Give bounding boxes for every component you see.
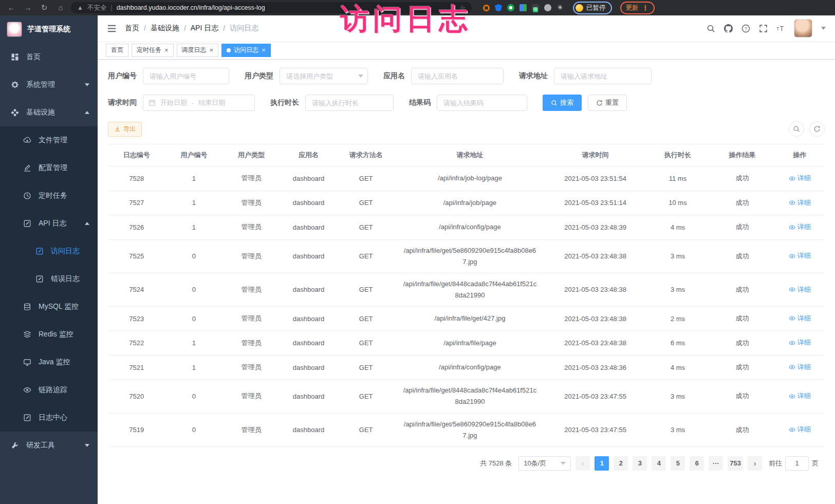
sidebar-item-api-log[interactable]: API 日志 [0, 210, 98, 237]
detail-link[interactable]: 详细 [789, 222, 811, 232]
user-id-input[interactable] [143, 68, 229, 84]
fullscreen-icon[interactable] [759, 24, 768, 33]
app-logo[interactable]: 芋道管理系统 [0, 15, 98, 43]
kebab-menu-icon[interactable]: ⋮ [642, 4, 649, 12]
home-icon[interactable]: ⌂ [54, 0, 67, 15]
log-id-cell: 7524 [108, 273, 165, 306]
detail-link[interactable]: 详细 [789, 251, 811, 260]
hamburger-icon[interactable] [107, 24, 117, 33]
chevron-down-icon[interactable] [821, 27, 826, 30]
page-button-753[interactable]: 753 [728, 456, 743, 471]
result-code-input[interactable] [437, 95, 527, 111]
extension-icon[interactable] [507, 4, 514, 11]
extension-icon[interactable] [483, 5, 490, 11]
help-icon[interactable]: ? [741, 24, 750, 33]
extension-icon[interactable] [519, 4, 527, 11]
goto-page-input[interactable] [785, 456, 809, 471]
close-icon[interactable]: × [210, 47, 214, 53]
refresh-button[interactable] [809, 121, 825, 137]
sidebar-item-label: Redis 监控 [39, 330, 89, 339]
tab-scheduled-jobs[interactable]: 定时任务× [132, 44, 174, 57]
detail-link[interactable]: 详细 [789, 425, 811, 434]
detail-link[interactable]: 详细 [789, 338, 811, 347]
user-type-select[interactable] [280, 68, 368, 84]
goto-page: 前往 页 [769, 456, 819, 471]
export-button[interactable]: 导出 [108, 122, 142, 137]
duration-input[interactable] [305, 95, 394, 111]
sidebar-item-scheduled-jobs[interactable]: 定时任务 [0, 182, 98, 210]
sidebar-item-file-management[interactable]: 文件管理 [0, 126, 98, 154]
breadcrumb-item[interactable]: API 日志 [191, 24, 218, 33]
sidebar-item-system-management[interactable]: 系统管理 [0, 71, 98, 99]
table-row: 75230管理员dashboardGET/api/infra/file/get/… [108, 306, 825, 331]
detail-link[interactable]: 详细 [789, 363, 811, 372]
extension-icon[interactable]: 萌 [532, 4, 539, 11]
sidebar-item-access-log[interactable]: 访问日志 [0, 237, 98, 265]
sidebar-item-trace[interactable]: 链路追踪 [0, 376, 98, 404]
browser-update-button[interactable]: 更新 ⋮ [620, 2, 655, 14]
extension-icon[interactable] [544, 4, 551, 11]
detail-link[interactable]: 详细 [789, 198, 811, 208]
prev-page-button[interactable]: ‹ [576, 456, 590, 471]
sidebar-item-java-monitor[interactable]: Java 监控 [0, 348, 98, 376]
search-icon[interactable] [707, 24, 715, 33]
sidebar-item-home[interactable]: 首页 [0, 43, 98, 71]
url-cell: /api/infra/job/page [395, 191, 545, 215]
bookmark-star-icon[interactable]: ☆ [459, 4, 466, 12]
page-button-2[interactable]: 2 [614, 456, 628, 471]
app-name-cell: dashboard [280, 273, 338, 306]
tab-access-log[interactable]: 访问日志× [221, 44, 271, 57]
detail-link[interactable]: 详细 [789, 391, 811, 401]
toggle-search-button[interactable] [789, 121, 804, 137]
dashboard-icon [10, 53, 19, 62]
tab-job-log[interactable]: 调度日志× [177, 44, 219, 57]
gear-icon [10, 81, 19, 89]
url-cell: /api/infra/file/get/5e8609290e915c4fa8b0… [395, 239, 545, 273]
reload-icon[interactable]: ↻ [38, 0, 50, 15]
app-name-cell: dashboard [280, 215, 338, 240]
date-range-picker[interactable]: 开始日期 - 结束日期 [143, 95, 255, 111]
next-page-button[interactable]: › [748, 456, 762, 471]
user-avatar[interactable] [794, 19, 812, 38]
font-size-icon[interactable]: TT [776, 24, 785, 33]
sidebar-item-mysql-monitor[interactable]: MySQL 监控 [0, 293, 98, 321]
sidebar-item-error-log[interactable]: 错误日志 [0, 265, 98, 293]
forward-icon[interactable]: → [22, 0, 34, 15]
sidebar-item-dev-tools[interactable]: 研发工具 [0, 432, 98, 459]
back-icon[interactable]: ← [5, 0, 17, 15]
breadcrumb-item[interactable]: 首页 [125, 24, 139, 33]
page-button-3[interactable]: 3 [633, 456, 647, 471]
detail-link[interactable]: 详细 [789, 285, 811, 294]
address-bar[interactable]: ▲ 不安全 | dashboard.yudao.iocoder.cn/infra… [71, 2, 472, 13]
sidebar-item-config-management[interactable]: 配置管理 [0, 154, 98, 182]
detail-link[interactable]: 详细 [789, 174, 811, 183]
page-button-6[interactable]: 6 [690, 456, 704, 471]
more-pages-button[interactable]: ··· [709, 456, 723, 471]
duration-cell: 10 ms [645, 191, 710, 215]
extension-icon[interactable]: ✳ [556, 4, 564, 11]
result-cell: 成功 [710, 306, 775, 331]
action-cell: 详细 [774, 380, 825, 413]
search-button[interactable]: 搜索 [543, 95, 582, 111]
page-button-5[interactable]: 5 [671, 456, 685, 471]
extension-icon[interactable] [495, 4, 502, 11]
request-url-input[interactable] [554, 68, 652, 84]
page-button-4[interactable]: 4 [652, 456, 666, 471]
close-icon[interactable]: × [262, 47, 266, 53]
close-icon[interactable]: × [164, 47, 169, 53]
breadcrumb-item[interactable]: 基础设施 [151, 24, 179, 33]
profile-paused-pill[interactable]: 已暂停 [573, 2, 612, 14]
app-name-input[interactable] [411, 68, 504, 84]
page-size-select[interactable]: 10条/页 [518, 456, 571, 471]
profile-emoji-icon [576, 4, 583, 12]
page-button-1[interactable]: 1 [595, 456, 609, 471]
method-cell: GET [337, 166, 395, 191]
reset-button[interactable]: 重置 [588, 95, 627, 111]
app-name-cell: dashboard [280, 380, 338, 413]
tab-home[interactable]: 首页 [106, 44, 128, 57]
github-icon[interactable] [724, 24, 733, 33]
detail-link[interactable]: 详细 [789, 314, 811, 323]
sidebar-item-log-center[interactable]: 日志中心 [0, 404, 98, 432]
sidebar-item-redis-monitor[interactable]: Redis 监控 [0, 321, 98, 348]
sidebar-item-infrastructure[interactable]: 基础设施 [0, 99, 98, 126]
